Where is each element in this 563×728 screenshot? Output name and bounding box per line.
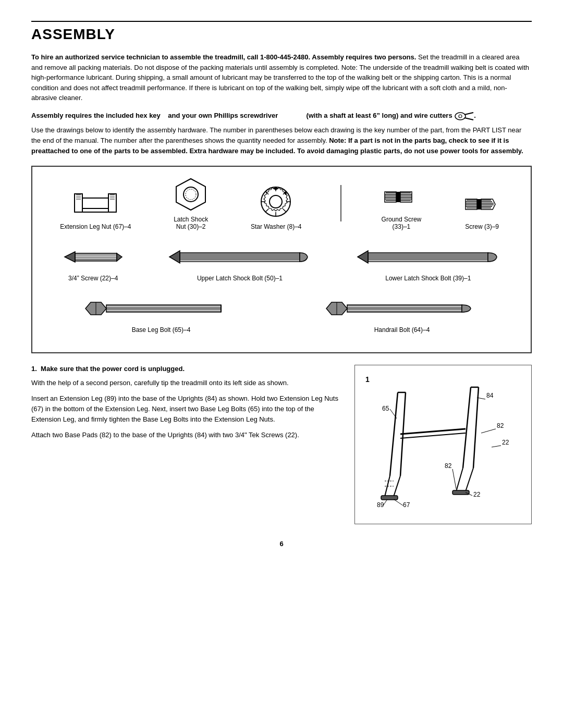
hw-screw-small: Screw (3)–9: [461, 189, 503, 230]
hardware-row-3: Base Leg Bolt (65)–4: [43, 294, 520, 334]
svg-text:65: 65: [382, 405, 389, 412]
svg-marker-74: [358, 251, 368, 263]
svg-line-111: [466, 468, 473, 491]
hw-label: Extension Leg Nut (67)–4: [60, 223, 131, 230]
hw-bolt-lower: Lower Latch Shock Bolt (39)–1: [355, 243, 501, 282]
svg-line-126: [492, 446, 501, 447]
hw-bolt-handrail: Handrail Bolt (64)–4: [324, 294, 480, 334]
svg-rect-42: [477, 199, 481, 209]
requirements-line: Assembly requires the included hex key a…: [31, 110, 532, 122]
svg-point-18: [270, 195, 282, 208]
svg-marker-14: [176, 179, 205, 210]
svg-text:22: 22: [473, 491, 481, 498]
svg-line-122: [481, 429, 496, 433]
hw-label: Handrail Bolt (64)–4: [374, 326, 430, 334]
step-1-diagram: 1 65: [354, 365, 532, 524]
svg-line-25: [265, 209, 268, 212]
hardware-row-1: Extension Leg Nut (67)–4 Latch ShockNut …: [43, 176, 520, 230]
svg-rect-4: [75, 194, 82, 212]
svg-text:89: 89: [377, 501, 384, 509]
hw-label: Ground Screw(33)–1: [382, 216, 422, 230]
svg-line-104: [463, 387, 471, 468]
hw-label: Base Leg Bolt (65)–4: [132, 326, 191, 334]
svg-marker-65: [169, 251, 180, 263]
svg-point-3: [459, 115, 462, 118]
svg-point-16: [186, 189, 196, 200]
step-1-para-3: Attach two Base Pads (82) to the base of…: [31, 430, 342, 440]
svg-line-132: [394, 499, 403, 505]
hw-label: Star Washer (8)–4: [251, 223, 302, 230]
svg-line-106: [473, 387, 479, 468]
hardware-row-2: 3/4” Screw (22)–4: [43, 243, 520, 282]
hw-bolt-upper: Upper Latch Shock Bolt (50)–1: [167, 243, 313, 282]
svg-line-2: [464, 118, 473, 120]
hw-label: Lower Latch Shock Bolt (39)–1: [385, 275, 471, 282]
intro-bold-para: To hire an authorized service technician…: [31, 52, 532, 103]
step-1-para-1: With the help of a second person, carefu…: [31, 378, 342, 388]
hw-label: Latch ShockNut (30)–2: [174, 216, 208, 230]
hw-divider: [340, 185, 341, 221]
svg-text:84: 84: [486, 392, 494, 399]
svg-text:1: 1: [365, 375, 370, 384]
hw-screw-34: 3/4” Screw (22)–4: [62, 243, 125, 282]
svg-rect-5: [82, 198, 108, 208]
hw-star-washer: Star Washer (8)–4: [251, 183, 302, 230]
svg-line-1: [464, 113, 473, 115]
hw-extension-leg-nut: Extension Leg Nut (67)–4: [60, 183, 131, 230]
svg-text:22: 22: [502, 439, 509, 446]
step-1-text: 1. Make sure that the power cord is unpl…: [31, 365, 342, 446]
step-1-title: 1. Make sure that the power cord is unpl…: [31, 365, 342, 373]
svg-point-0: [455, 113, 466, 120]
hw-label: Screw (3)–9: [465, 223, 499, 230]
svg-line-124: [452, 469, 456, 489]
svg-rect-6: [108, 194, 116, 212]
step-1-para-2: Insert an Extension Leg (89) into the ba…: [31, 393, 342, 425]
hw-ground-screw: Ground Screw(33)–1: [381, 181, 422, 230]
drawing-bold: Note: If a part is not in the parts bag,…: [31, 137, 523, 155]
svg-marker-64: [117, 253, 122, 261]
svg-line-110: [456, 468, 463, 491]
svg-line-101: [390, 392, 398, 476]
svg-rect-113: [381, 496, 398, 500]
svg-rect-27: [396, 192, 400, 202]
svg-rect-114: [452, 490, 469, 495]
svg-text:82: 82: [497, 422, 504, 429]
svg-text:82: 82: [445, 462, 452, 470]
page-number: 6: [31, 540, 532, 548]
hw-bolt-base: Base Leg Bolt (65)–4: [83, 294, 239, 334]
step-1-section: 1. Make sure that the power cord is unpl…: [31, 365, 532, 524]
hw-label: Upper Latch Shock Bolt (50)–1: [197, 275, 283, 282]
svg-line-26: [283, 209, 286, 212]
svg-line-108: [394, 476, 400, 497]
svg-marker-57: [65, 252, 75, 262]
page-title: ASSEMBLY: [31, 21, 532, 43]
hw-label: 3/4” Screw (22)–4: [68, 275, 118, 282]
svg-text:67: 67: [403, 501, 410, 509]
drawing-note: Use the drawings below to identify the a…: [31, 125, 532, 156]
hardware-box: Extension Leg Nut (67)–4 Latch ShockNut …: [31, 166, 532, 353]
hw-latch-shock-nut: Latch ShockNut (30)–2: [170, 176, 212, 230]
